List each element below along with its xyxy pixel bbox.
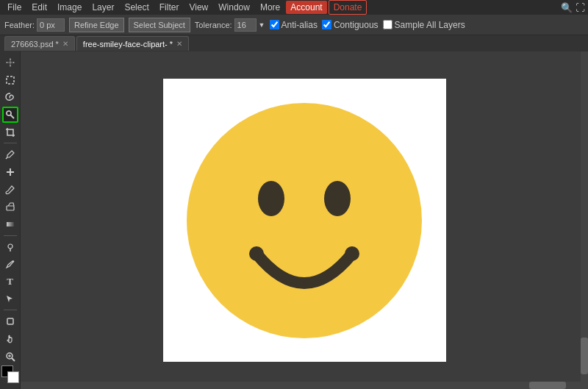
pen-tool[interactable] <box>2 256 18 272</box>
svg-point-21 <box>249 246 264 261</box>
select-subject-button[interactable]: Select Subject <box>129 18 190 32</box>
tab-psd-close[interactable]: ✕ <box>62 40 68 48</box>
tolerance-label: Tolerance: <box>195 21 232 29</box>
canvas-wrapper <box>163 79 446 362</box>
search-icon[interactable]: 🔍 <box>561 2 573 13</box>
feather-input[interactable] <box>37 18 65 32</box>
svg-line-7 <box>6 157 7 159</box>
brush-tool[interactable] <box>2 182 18 198</box>
left-toolbar: T <box>0 51 21 389</box>
svg-point-18 <box>187 103 422 338</box>
menu-layer[interactable]: Layer <box>87 1 118 14</box>
eyedropper-tool[interactable] <box>2 146 18 163</box>
svg-rect-8 <box>7 206 14 210</box>
sample-all-layers-group: Sample All Layers <box>383 20 465 30</box>
tool-separator-3 <box>4 310 17 310</box>
menu-window[interactable]: Window <box>214 1 254 14</box>
shape-tool[interactable] <box>2 313 18 329</box>
fullscreen-icon[interactable]: ⛶ <box>576 2 585 13</box>
menu-icons: 🔍 ⛶ <box>561 2 585 13</box>
hand-tool[interactable] <box>2 331 18 347</box>
zoom-tool[interactable] <box>2 349 18 365</box>
tab-smiley-label: free-smiley-face-clipart- * <box>83 40 173 49</box>
tolerance-input[interactable] <box>234 18 257 32</box>
main-layout: T <box>0 51 588 389</box>
svg-line-15 <box>12 358 15 361</box>
refine-edge-button[interactable]: Refine Edge <box>69 18 124 32</box>
antialias-group: Anti-alias <box>270 20 318 30</box>
smiley-face-svg <box>168 85 440 357</box>
sample-all-layers-checkbox[interactable] <box>383 20 392 29</box>
menu-donate[interactable]: Donate <box>329 0 368 15</box>
vertical-scrollbar[interactable] <box>581 51 588 389</box>
tabs-bar: 276663.psd * ✕ free-smiley-face-clipart-… <box>0 35 588 51</box>
tool-separator-1 <box>4 143 17 143</box>
tab-psd[interactable]: 276663.psd * ✕ <box>4 36 75 51</box>
tab-smiley-close[interactable]: ✕ <box>176 40 182 48</box>
eraser-tool[interactable] <box>2 199 18 215</box>
text-tool-icon: T <box>7 276 13 288</box>
antialias-label: Anti-alias <box>282 20 318 30</box>
antialias-checkbox[interactable] <box>270 20 279 29</box>
svg-point-2 <box>7 111 11 115</box>
color-swap-area[interactable] <box>1 365 19 383</box>
svg-line-1 <box>10 115 14 118</box>
text-tool[interactable]: T <box>2 274 18 290</box>
lasso-tool[interactable] <box>2 89 18 105</box>
select-rect-tool[interactable] <box>2 72 18 88</box>
svg-rect-0 <box>7 76 14 84</box>
menu-select[interactable]: Select <box>120 1 153 14</box>
canvas-area[interactable] <box>21 51 588 389</box>
background-color[interactable] <box>7 371 19 383</box>
menu-bar: File Edit Image Layer Select Filter View… <box>0 0 588 15</box>
path-select-tool[interactable] <box>2 291 18 307</box>
move-tool[interactable] <box>2 54 18 71</box>
magic-wand-tool[interactable] <box>2 107 18 123</box>
svg-point-12 <box>12 261 13 263</box>
svg-rect-9 <box>7 222 14 226</box>
heal-tool[interactable] <box>2 164 18 180</box>
menu-edit[interactable]: Edit <box>27 1 51 14</box>
sample-all-layers-label: Sample All Layers <box>395 20 465 30</box>
tab-smiley[interactable]: free-smiley-face-clipart- * ✕ <box>76 36 189 51</box>
toolbar-feather-group: Feather: <box>4 18 65 32</box>
vertical-scroll-thumb[interactable] <box>581 338 588 374</box>
menu-view[interactable]: View <box>184 1 212 14</box>
tab-psd-label: 276663.psd * <box>11 40 59 49</box>
menu-image[interactable]: Image <box>53 1 86 14</box>
horizontal-scrollbar[interactable] <box>21 382 581 389</box>
crop-tool[interactable] <box>2 124 18 140</box>
menu-filter[interactable]: Filter <box>155 1 184 14</box>
tolerance-dropdown-icon[interactable]: ▼ <box>259 21 265 29</box>
svg-point-22 <box>345 246 359 261</box>
menu-file[interactable]: File <box>3 1 26 14</box>
feather-label: Feather: <box>4 21 35 29</box>
svg-point-19 <box>258 181 284 216</box>
contiguous-label: Contiguous <box>334 20 379 30</box>
svg-rect-13 <box>7 318 13 324</box>
contiguous-group: Contiguous <box>322 20 379 30</box>
toolbar: Feather: Refine Edge Select Subject Tole… <box>0 15 588 35</box>
tool-separator-2 <box>4 235 17 236</box>
horizontal-scroll-thumb[interactable] <box>529 382 566 389</box>
toolbar-tolerance-group: Tolerance: ▼ <box>195 18 265 32</box>
menu-account[interactable]: Account <box>286 1 326 14</box>
svg-point-10 <box>8 244 12 249</box>
menu-more[interactable]: More <box>256 1 284 14</box>
contiguous-checkbox[interactable] <box>322 20 331 29</box>
gradient-tool[interactable] <box>2 216 18 232</box>
dodge-tool[interactable] <box>2 239 18 255</box>
svg-point-20 <box>324 181 351 216</box>
